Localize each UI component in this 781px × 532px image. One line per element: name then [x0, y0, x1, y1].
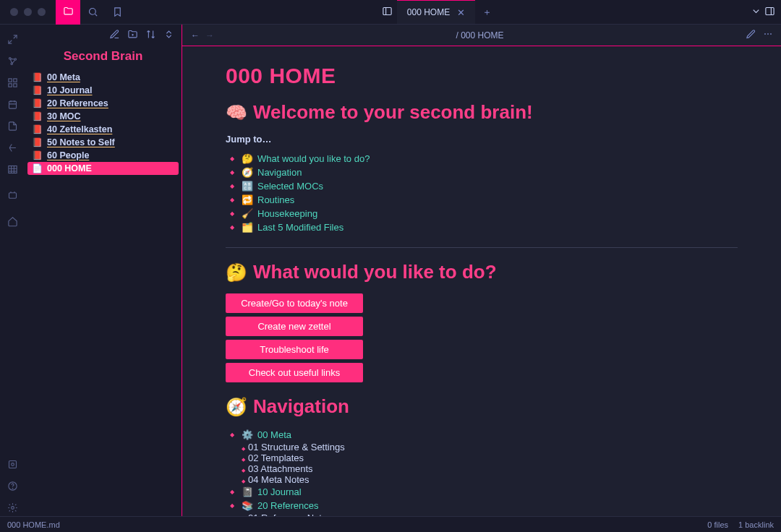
svg-point-17: [11, 506, 14, 509]
navigation-heading: 🧭 Navigation: [226, 395, 738, 418]
folder-30-moc[interactable]: 📕30 MOC: [27, 110, 179, 123]
traffic-minimize[interactable]: [24, 8, 32, 16]
create-today-note-button[interactable]: Create/Go to today's note: [226, 293, 363, 313]
quick-switcher-icon[interactable]: [4, 30, 21, 48]
vault-title: Second Brain: [25, 49, 182, 64]
tab-title: 000 HOME: [407, 7, 450, 17]
sort-icon[interactable]: [145, 29, 156, 42]
jump-item[interactable]: 🤔What would you like to do?: [230, 152, 738, 166]
edit-mode-icon[interactable]: [746, 29, 756, 42]
nav-forward-icon[interactable]: →: [205, 30, 214, 40]
traffic-close[interactable]: [10, 8, 18, 16]
tab-000-home[interactable]: 000 HOME ✕: [397, 0, 475, 24]
svg-rect-2: [766, 7, 774, 14]
create-zettel-button[interactable]: Create new zettel: [226, 317, 363, 336]
nav-sublist: 01 Structure & Settings 02 Templates 03 …: [242, 442, 738, 485]
home-icon[interactable]: [4, 213, 21, 230]
status-file-count[interactable]: 0 files: [707, 520, 728, 529]
note-content[interactable]: 000 HOME 🧠 Welcome to your second brain!…: [182, 46, 781, 516]
nav-back-icon[interactable]: ←: [191, 30, 200, 40]
svg-rect-9: [13, 83, 16, 86]
nav-item[interactable]: 📓10 Journal: [230, 485, 738, 499]
nav-subitem[interactable]: 01 Structure & Settings: [242, 442, 738, 452]
settings-icon[interactable]: [4, 499, 21, 516]
more-options-icon[interactable]: ⋯: [764, 29, 772, 42]
nav-subitem[interactable]: 03 Attachments: [242, 463, 738, 474]
nav-item[interactable]: 📚20 References: [230, 499, 738, 512]
media-icon[interactable]: [4, 186, 21, 204]
help-icon[interactable]: [4, 477, 21, 494]
table-icon[interactable]: [4, 160, 21, 178]
breadcrumb[interactable]: / 000 HOME: [221, 30, 738, 40]
chevron-down-icon[interactable]: [751, 6, 761, 19]
sidebar-toolbar: [25, 25, 182, 46]
troubleshoot-life-button[interactable]: Troubleshoot life: [226, 340, 363, 359]
status-filename: 000 HOME.md: [7, 520, 60, 529]
canvas-icon[interactable]: [4, 74, 21, 91]
jump-item[interactable]: 🗂️Last 5 Modified Files: [230, 220, 738, 234]
svg-rect-7: [13, 78, 16, 81]
useful-links-button[interactable]: Check out useful links: [226, 363, 363, 382]
traffic-zoom[interactable]: [38, 8, 46, 16]
nav-item[interactable]: ⚙️00 Meta: [230, 428, 738, 442]
nav-list: ⚙️00 Meta: [230, 428, 738, 442]
folder-icon: 📕: [32, 85, 43, 95]
note-title: 000 HOME: [226, 64, 738, 88]
jump-item[interactable]: 🔁Routines: [230, 193, 738, 207]
new-tab-button[interactable]: ＋: [475, 0, 498, 24]
vault-icon[interactable]: [4, 455, 21, 473]
breadcrumb-row: ← → / 000 HOME ⋯: [182, 25, 781, 46]
editor-main: ← → / 000 HOME ⋯ 000 HOME 🧠 Welcome to y…: [182, 25, 781, 516]
folder-40-zettelkasten[interactable]: 📕40 Zettelkasten: [27, 123, 179, 136]
jump-label: Jump to…: [226, 134, 738, 145]
graph-icon[interactable]: [4, 52, 21, 69]
daily-note-icon[interactable]: [4, 95, 21, 113]
nav-subitem[interactable]: 02 Templates: [242, 452, 738, 463]
jump-list: 🤔What would you like to do? 🧭Navigation …: [230, 152, 738, 234]
status-bar: 000 HOME.md 0 files 1 backlink: [0, 516, 781, 532]
file-tree: 📕00 Meta 📕10 Journal 📕20 References 📕30 …: [25, 71, 182, 175]
file-explorer-tab-icon[interactable]: [56, 0, 80, 25]
window-controls: [0, 8, 56, 16]
sidebar-toggle-right-icon[interactable]: [764, 6, 775, 19]
svg-point-14: [11, 463, 14, 466]
file-icon: 📄: [32, 163, 43, 173]
jump-item[interactable]: 🔠Selected MOCs: [230, 179, 738, 193]
svg-rect-10: [9, 101, 16, 108]
new-folder-icon[interactable]: [127, 29, 138, 42]
what-heading: 🤔 What would you like to do?: [226, 261, 738, 283]
folder-20-references[interactable]: 📕20 References: [27, 97, 179, 110]
close-icon[interactable]: ✕: [457, 7, 465, 18]
svg-point-4: [14, 58, 17, 60]
folder-icon: 📕: [32, 124, 43, 134]
folder-50-notes-to-self[interactable]: 📕50 Notes to Self: [27, 136, 179, 149]
svg-rect-8: [8, 83, 11, 86]
svg-rect-11: [8, 166, 16, 173]
divider-bolt: [226, 247, 738, 248]
search-tab-icon[interactable]: [80, 0, 105, 25]
jump-item[interactable]: 🧹Housekeeping: [230, 207, 738, 220]
jump-item[interactable]: 🧭Navigation: [230, 166, 738, 179]
folder-60-people[interactable]: 📕60 People: [27, 149, 179, 162]
nav-list: 📓10 Journal 📚20 References: [230, 485, 738, 512]
folder-icon: 📕: [32, 137, 43, 147]
folder-10-journal[interactable]: 📕10 Journal: [27, 84, 179, 97]
template-icon[interactable]: [4, 117, 21, 134]
bookmarks-tab-icon[interactable]: [105, 0, 129, 25]
file-000-home[interactable]: 📄000 HOME: [27, 162, 179, 175]
svg-rect-1: [383, 7, 391, 14]
sidebar-toggle-left-icon[interactable]: [382, 6, 393, 19]
svg-rect-6: [8, 78, 11, 81]
folder-icon: 📕: [32, 98, 43, 108]
compass-icon: 🧭: [226, 397, 247, 417]
folder-icon: 📕: [32, 150, 43, 160]
folder-00-meta[interactable]: 📕00 Meta: [27, 71, 179, 84]
new-note-icon[interactable]: [109, 29, 120, 42]
svg-rect-12: [9, 192, 16, 198]
status-backlink-count[interactable]: 1 backlink: [738, 520, 774, 529]
welcome-heading: 🧠 Welcome to your second brain!: [226, 101, 738, 124]
nav-subitem[interactable]: 04 Meta Notes: [242, 474, 738, 485]
collapse-icon[interactable]: [163, 29, 174, 42]
command-icon[interactable]: [4, 139, 21, 156]
brain-icon: 🧠: [226, 103, 247, 123]
